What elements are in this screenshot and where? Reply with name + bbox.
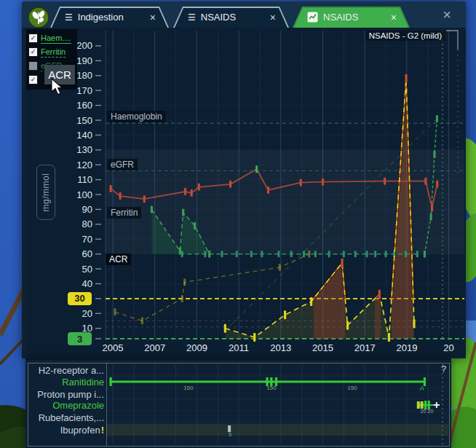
data-point-marker <box>431 204 433 211</box>
svg-text:200: 200 <box>76 40 92 51</box>
xtick-label: 2017 <box>354 342 376 353</box>
tab-nsaids-1[interactable]: ☰ NSAIDS × <box>173 7 289 28</box>
data-point-marker <box>198 184 200 191</box>
data-point-marker <box>405 74 407 83</box>
data-point-marker <box>229 181 231 188</box>
checkbox-checked-icon[interactable]: ✓ <box>28 34 38 43</box>
data-point-marker <box>308 251 310 258</box>
data-point-marker <box>236 251 238 257</box>
data-point-marker <box>341 259 343 267</box>
xtick-label: 20 <box>443 342 453 353</box>
plus-marker <box>434 402 440 408</box>
data-point-marker <box>328 251 330 257</box>
event-label: 5 <box>229 432 231 437</box>
series-label-acr: ACR <box>106 254 131 265</box>
checkbox-unchecked-icon[interactable] <box>28 61 38 71</box>
series-label-ferritin: Ferritin <box>107 207 141 219</box>
data-point-marker <box>314 251 317 257</box>
data-point-marker <box>429 213 432 221</box>
legend-item-ferritin[interactable]: ✓ Ferritin <box>28 45 77 59</box>
prescription-marker <box>417 401 420 409</box>
data-point-marker <box>284 310 286 319</box>
window-close-icon[interactable]: × <box>437 6 456 23</box>
data-point-marker <box>424 178 427 185</box>
chart-icon <box>307 12 318 23</box>
svg-text:60: 60 <box>82 248 92 259</box>
data-point-marker <box>110 185 112 192</box>
data-point-marker <box>221 251 223 257</box>
tab-label: NSAIDS <box>201 12 263 23</box>
xtick-label: 2009 <box>186 342 207 353</box>
checkbox-checked-icon[interactable]: ✓ <box>28 47 38 57</box>
data-point-marker <box>384 178 386 185</box>
data-point-marker <box>277 251 279 257</box>
warning-icon: ! <box>101 425 104 436</box>
data-point-marker <box>183 278 186 286</box>
svg-text:120: 120 <box>76 160 92 170</box>
svg-text:140: 140 <box>76 130 92 141</box>
medication-timeline[interactable]: 150150150A20 205 <box>106 363 448 446</box>
svg-text:90: 90 <box>82 204 92 215</box>
data-point-marker <box>279 264 281 271</box>
svg-text:20: 20 <box>82 308 92 319</box>
data-point-marker <box>413 320 415 329</box>
series-label-haemoglobin: Haemoglobin <box>107 111 166 122</box>
timeline-row-rubefacients[interactable]: Rubefacients,... <box>29 412 104 423</box>
data-point-marker <box>424 251 426 258</box>
xtick-label: 2019 <box>396 342 417 353</box>
tab-label: Indigestion <box>78 12 143 23</box>
mouse-cursor <box>51 78 66 97</box>
xtick-label: 2015 <box>312 342 333 353</box>
dose-label: 20 20 <box>421 409 434 414</box>
data-point-marker <box>184 188 186 195</box>
data-point-marker <box>366 251 368 257</box>
data-point-marker <box>385 251 387 257</box>
data-point-marker <box>300 179 302 186</box>
tab-label: NSAIDS <box>323 12 384 23</box>
svg-text:110: 110 <box>77 174 92 185</box>
data-point-marker <box>224 324 226 333</box>
xtick-label: 2007 <box>144 342 165 353</box>
svg-text:50: 50 <box>82 264 92 275</box>
timeline-row-ibuprofen[interactable]: Ibuprofen! <box>29 425 104 436</box>
tab-close-icon[interactable]: × <box>148 12 157 23</box>
timeline-row-ranitidine[interactable]: Ranitidine <box>29 377 104 388</box>
svg-text:170: 170 <box>76 85 92 96</box>
data-point-marker <box>290 251 293 257</box>
data-point-marker <box>416 251 419 257</box>
svg-text:30: 30 <box>74 293 84 304</box>
data-point-marker <box>253 333 255 342</box>
observations-chart[interactable]: 1020304050607080901001101201301401501601… <box>25 28 466 357</box>
data-point-marker <box>346 321 349 330</box>
legend-label[interactable]: Haem.... <box>41 34 71 44</box>
tab-nsaids-2-active[interactable]: NSAIDS × <box>293 7 410 28</box>
data-point-marker <box>303 251 305 257</box>
dose-label: 150 <box>183 385 194 391</box>
data-point-marker <box>151 205 153 213</box>
legend-item-haemoglobin[interactable]: ✓ Haem.... <box>28 31 77 45</box>
data-point-marker <box>119 192 121 200</box>
data-point-marker <box>343 251 345 257</box>
timeline-row-proton-pump[interactable]: Proton pump i... <box>29 389 104 400</box>
menu-icon: ☰ <box>188 13 196 22</box>
tab-indigestion[interactable]: ☰ Indigestion × <box>50 7 169 28</box>
data-point-marker <box>267 186 269 194</box>
timeline-row-omeprazole[interactable]: Omeprazole <box>29 400 104 411</box>
checkbox-checked-icon[interactable]: ✓ <box>28 75 38 85</box>
data-point-marker <box>261 251 263 257</box>
data-point-marker <box>374 251 376 257</box>
y-axis-unit-badge: mg/mmol <box>36 165 55 220</box>
dose-label: 150 <box>266 385 277 391</box>
svg-text:10: 10 <box>82 323 92 334</box>
timeline-row-h2-receptor[interactable]: H2-receptor a... <box>29 365 104 376</box>
tab-close-icon[interactable]: × <box>269 12 277 23</box>
prescription-marker <box>110 377 112 386</box>
tab-close-icon[interactable]: × <box>389 12 398 23</box>
chart-panel[interactable]: 1020304050607080901001101201301401501601… <box>25 28 466 357</box>
data-point-marker <box>191 189 193 197</box>
legend-label[interactable]: Ferritin <box>41 47 66 58</box>
data-point-marker <box>322 178 324 186</box>
dose-label: 150 <box>347 385 357 391</box>
data-point-marker <box>181 295 183 302</box>
app-logo-icon[interactable] <box>28 7 49 28</box>
